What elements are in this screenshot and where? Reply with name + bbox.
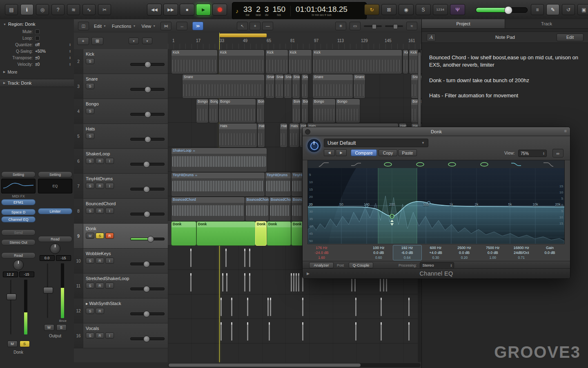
browsers-icon[interactable]: ▣ — [577, 4, 588, 15]
midi-note-bar[interactable] — [381, 298, 382, 316]
track-header-stretchedshakerloop[interactable]: 11StretchedShakerLoopSRI — [74, 274, 168, 298]
track-s-button[interactable]: S — [86, 258, 94, 264]
mute-button[interactable]: M — [44, 324, 54, 331]
midi-note-bar[interactable] — [269, 322, 270, 341]
slider-knob[interactable] — [147, 236, 154, 242]
automation-mode-button[interactable]: Read — [38, 236, 72, 242]
region-snare[interactable]: Snare — [353, 74, 365, 99]
bar-ruler[interactable]: 1173349658197113129145161 — [168, 33, 421, 49]
stepper-icon[interactable]: ▴▾ — [543, 152, 544, 155]
track-i-button[interactable]: I — [105, 258, 114, 264]
midi-note-bar[interactable] — [244, 249, 245, 267]
note-pad-text[interactable]: Bounced Chord - low shelf boost,ease up … — [422, 43, 588, 100]
track-i-button[interactable]: I — [105, 158, 114, 164]
band-3-handle[interactable] — [390, 214, 394, 218]
region-bouncedchord[interactable]: BouncedChord — [171, 197, 245, 221]
region-bouncedchord[interactable]: BouncedChord — [245, 197, 269, 221]
track-volume-slider[interactable] — [130, 213, 165, 215]
lcd-display[interactable]: ♪ 33bar 2beat 3div 150tick 01:01:04:18.2… — [232, 2, 367, 20]
region-kick[interactable]: Kick — [171, 49, 218, 74]
waveform-zoom-icon[interactable]: ≈ — [406, 22, 417, 30]
midi-note-bar[interactable] — [408, 298, 410, 316]
track-i-button[interactable]: I — [105, 208, 114, 214]
rewind-button[interactable]: ◀◀ — [147, 4, 162, 16]
midi-note-bar[interactable] — [225, 249, 227, 267]
note-paragraph[interactable]: Hats - Filter automation for movement — [429, 92, 581, 99]
audio-fx-slot-channel-eq[interactable]: Channel EQ — [1, 216, 36, 222]
track-header-tinyhitdrums[interactable]: 7TinyHitDrumsSRI — [74, 174, 168, 199]
track-r-button[interactable]: R — [96, 183, 104, 189]
region-snare[interactable]: Snare — [301, 74, 308, 99]
region-kick[interactable]: Kick — [265, 49, 288, 74]
track-panel-icon[interactable]: ◫ — [78, 22, 89, 30]
track-r-button[interactable]: R — [96, 258, 104, 264]
checkbox[interactable] — [35, 36, 40, 40]
midi-note-bar[interactable] — [249, 249, 250, 267]
paste-button[interactable]: Paste — [398, 149, 417, 156]
gear-icon[interactable]: ✳ — [335, 22, 346, 30]
eq-band-value-4[interactable]: 192 Hz-6.0 dB0.64 — [393, 245, 421, 260]
bounce-button[interactable]: Bnce — [38, 319, 72, 323]
track-s-button[interactable]: S — [86, 183, 94, 189]
midi-note-bar[interactable] — [247, 322, 248, 341]
track-m-button[interactable]: M — [86, 233, 94, 239]
band-highshelf-icon[interactable] — [500, 160, 532, 168]
midi-note-bar[interactable] — [381, 322, 382, 341]
forward-button[interactable]: ▶▶ — [163, 4, 178, 16]
stepper-icon[interactable]: ▴▾ — [69, 43, 71, 46]
slider-knob[interactable] — [143, 161, 150, 168]
stepper-icon[interactable]: ▴▾ — [69, 63, 71, 66]
midi-catch-icon[interactable]: ≫ — [192, 22, 203, 30]
eq-band-value-2[interactable] — [336, 245, 364, 260]
audio-fx-slot-limiter[interactable]: Limiter — [38, 208, 72, 214]
footer-disclosure-icon[interactable]: ▶ — [307, 272, 310, 276]
window-options-icon[interactable]: ≡ — [564, 128, 567, 133]
analyzer-button[interactable]: Analyzer — [309, 262, 334, 268]
track-s-button[interactable]: S — [86, 133, 94, 139]
automation-mode-button[interactable]: Read — [1, 252, 36, 258]
midi-note-bar[interactable] — [190, 273, 192, 292]
region-inspector-header[interactable]: ▼ Region: Donk — [0, 19, 74, 28]
mute-button[interactable]: M — [7, 341, 18, 347]
region-snare[interactable]: Snare — [284, 74, 292, 99]
smart-controls-icon[interactable]: ◎ — [36, 4, 49, 15]
midi-note-bar[interactable] — [291, 273, 292, 292]
track-s-button[interactable]: S — [86, 208, 94, 214]
track-header-bouncedchord[interactable]: 8BouncedChordSRI — [74, 199, 168, 224]
pointer-tool-icon[interactable]: ↖ — [237, 22, 248, 30]
region-bongo[interactable]: Bongo — [218, 99, 256, 123]
add-track-button[interactable]: + — [77, 37, 89, 45]
track-header-snare[interactable]: 3SnareS — [74, 74, 168, 99]
track-volume-slider[interactable] — [130, 238, 165, 240]
region-tinyhitdrums[interactable]: TinyHitDrums — [265, 172, 291, 197]
crossfade-icon[interactable]: ⋈ — [160, 22, 172, 30]
record-button[interactable] — [212, 4, 227, 16]
midi-note-bar[interactable] — [247, 298, 248, 316]
track-header-vocals[interactable]: 16VocalsSRI — [74, 323, 168, 348]
list-editors-icon[interactable]: ≡ — [531, 4, 544, 15]
autopunch-icon[interactable]: ⊠ — [381, 4, 396, 15]
track-i-button[interactable]: I — [105, 283, 114, 289]
eq-band-value-9[interactable]: Gain0.0 dB — [536, 245, 564, 260]
midi-note-bar[interactable] — [249, 273, 250, 292]
midi-note-bar[interactable] — [222, 273, 223, 292]
slider-knob[interactable] — [143, 186, 150, 193]
track-volume-slider[interactable] — [130, 138, 165, 141]
track-header-wobblekeys[interactable]: 10WobbleKeysSRI — [74, 249, 168, 274]
region-bongo[interactable]: Bongo — [209, 99, 218, 123]
track-r-button[interactable]: R — [96, 283, 104, 289]
slider-knob[interactable] — [145, 61, 151, 68]
region-donk[interactable]: Donk — [255, 221, 267, 246]
note-pads-icon[interactable]: ✎ — [546, 4, 559, 15]
text-style-button[interactable]: A — [427, 34, 436, 41]
region-shakerloop[interactable]: ShakerLoop ∞ — [171, 148, 267, 172]
previous-preset-button[interactable]: ◀ — [324, 149, 335, 156]
library-icon[interactable]: ▤ — [5, 4, 18, 15]
region-bouncedchord[interactable]: BouncedChord — [269, 197, 291, 221]
tuner-icon[interactable]: Ψ — [450, 4, 465, 15]
region-donk[interactable]: Donk — [267, 221, 291, 246]
compare-button[interactable]: Compare — [351, 149, 377, 156]
autozoom-icon[interactable]: ↔ — [176, 22, 187, 30]
automation-icon[interactable]: ∿ — [82, 4, 96, 15]
track-volume-slider[interactable] — [130, 312, 165, 315]
